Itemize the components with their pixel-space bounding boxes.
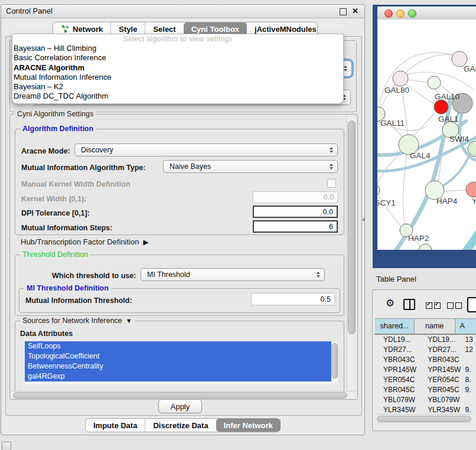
table-function-icon[interactable] (467, 297, 476, 312)
table-row[interactable]: YBR043CYBR043C (375, 355, 476, 365)
gear-icon[interactable]: ⚙ (386, 298, 395, 308)
select-all-icon[interactable] (426, 301, 442, 311)
node-label: GAL11 (380, 119, 405, 128)
threshold-definition-group: Threshold Definition Which threshold to … (15, 255, 344, 316)
node-bottom-green[interactable] (419, 244, 432, 250)
settings-horizontal-scrollbar-thumb[interactable] (13, 392, 347, 399)
node-gal80[interactable] (393, 71, 408, 86)
network-graph: GAL80 GAL GAL10 GAL1 GAL11 SWI4 GAL4 GCY… (377, 19, 476, 250)
node-label: GAL4 (410, 151, 431, 160)
algorithm-option[interactable]: Mutual Information Inference (12, 73, 343, 82)
which-threshold-combobox[interactable]: MI Threshold (141, 268, 325, 281)
network-window-titlebar[interactable] (377, 6, 476, 20)
sources-group-title: Sources for Network Inference (22, 317, 122, 325)
network-icon (61, 25, 70, 33)
tab-network-label: Network (73, 25, 103, 34)
mi-steps-label: Mutual Information Steps: (21, 224, 112, 232)
which-threshold-label: Which threshold to use: (52, 272, 136, 280)
attribute-item[interactable]: gal4RGexp (25, 371, 338, 381)
dpi-tolerance-label: DPI Tolerance [0,1]: (21, 209, 90, 217)
table-horizontal-scrollbar[interactable] (375, 414, 474, 422)
column-header-shared-name[interactable]: shared... (375, 319, 415, 334)
node-label: GCY1 (377, 198, 396, 207)
node-label: HAP4 (436, 197, 458, 206)
aracne-mode-combobox[interactable]: Discovery (74, 144, 338, 156)
split-columns-icon[interactable] (403, 299, 415, 310)
attributes-list-scrollbar[interactable] (331, 341, 338, 384)
dropdown-prompt: Select algorithm to view settings (12, 34, 343, 44)
deselect-all-icon[interactable] (447, 301, 464, 311)
tab-impute-data[interactable]: Impute Data (86, 419, 145, 432)
hub-definition-label: Hub/Transcription Factor Definition (21, 237, 139, 246)
algorithm-definition-title: Algorithm Definition (20, 125, 96, 133)
kernel-width-label: Kernel Width (0,1): (21, 195, 86, 203)
table-row[interactable]: YLR345WYLR345W9. (375, 405, 476, 413)
settings-vertical-scrollbar[interactable] (347, 117, 356, 391)
maximize-traffic-light-icon[interactable] (408, 9, 416, 18)
kernel-width-field[interactable]: 0.0 (253, 191, 338, 203)
close-traffic-light-icon[interactable] (384, 9, 393, 18)
node-table: shared... name A YDL19...YDL19...13 YDR2… (375, 318, 476, 413)
tab-infer-network[interactable]: Infer Network (216, 419, 281, 432)
table-body: YDL19...YDL19...13 YDR27...YDR27...12 YB… (375, 335, 476, 413)
mi-threshold-group-title: MI Threshold Definition (24, 284, 111, 292)
control-panel-titlebar[interactable]: Control Panel ✕ (1, 5, 364, 18)
attribute-item[interactable]: SelfLoops (25, 341, 338, 351)
algorithm-option[interactable]: Bayesian – Hill Climbing (12, 44, 343, 53)
algorithm-option[interactable]: Basic Correlation Inference (12, 53, 343, 63)
settings-horizontal-scrollbar[interactable] (11, 391, 355, 399)
mi-type-combobox[interactable]: Naive Bayes (163, 160, 338, 173)
table-row[interactable]: YER054CYER054C8. (375, 375, 476, 385)
algorithm-dropdown-list: Select algorithm to view settings Bayesi… (12, 34, 344, 104)
attributes-list-scrollbar-thumb[interactable] (332, 343, 338, 379)
attribute-item[interactable]: TopologicalCoefficient (25, 351, 338, 361)
node-gal10[interactable] (428, 76, 441, 89)
mi-threshold-field[interactable]: 0.5 (251, 293, 335, 305)
cyni-toolbox-panel: gal-filtered.sif default node Select alg… (5, 36, 362, 416)
float-window-icon[interactable] (340, 8, 347, 15)
node-label: GAL80 (384, 86, 409, 94)
combo-stepper-icon (330, 147, 333, 153)
minimize-traffic-light-icon[interactable] (396, 9, 405, 18)
table-horizontal-scrollbar-thumb[interactable] (377, 416, 471, 422)
attribute-item[interactable]: BetweennessCentrality (25, 361, 338, 371)
collapse-down-icon: ▼ (126, 317, 132, 324)
apply-button[interactable]: Apply (158, 399, 202, 413)
table-panel-title: Table Panel (376, 275, 416, 283)
minimized-panel-icon[interactable] (2, 442, 11, 450)
column-header-partial[interactable]: A (455, 319, 476, 334)
network-edges (377, 53, 473, 247)
manual-kernel-checkbox[interactable] (327, 179, 336, 188)
screen: { "window": { "title": "Control Panel", … (0, 0, 476, 450)
node-label: HAP2 (408, 234, 429, 243)
node-label: Y (472, 197, 476, 206)
mi-threshold-label: Mutual Information Threshold: (25, 296, 132, 305)
column-header-name[interactable]: name (415, 319, 455, 334)
node-salmon[interactable] (466, 182, 476, 197)
tab-discretize-data[interactable]: Discretize Data (145, 419, 216, 432)
sources-group-header[interactable]: Sources for Network Inference ▼ (20, 317, 135, 325)
hub-definition-toggle[interactable]: Hub/Transcription Factor Definition ▶ (21, 237, 149, 246)
settings-group-title: Cyni Algorithm Settings (15, 110, 96, 118)
cyni-algorithm-settings-group: Cyni Algorithm Settings Algorithm Defini… (9, 114, 358, 400)
algorithm-option[interactable]: Dream8 DC_TDC Algorithm (12, 92, 343, 101)
settings-vertical-scrollbar-thumb[interactable] (348, 120, 356, 334)
table-row[interactable]: YDL19...YDL19...13 (375, 335, 476, 345)
node-gcy1[interactable] (377, 184, 380, 196)
aracne-mode-label: Aracne Mode: (21, 147, 70, 155)
algorithm-option[interactable]: Bayesian – K2 (12, 82, 343, 92)
table-row[interactable]: YBL079WYBL079W (375, 395, 476, 405)
node-gal1[interactable] (434, 100, 448, 114)
table-row[interactable]: YDR27...YDR27...12 (375, 345, 476, 355)
panel-splitter-handle[interactable] (362, 217, 365, 222)
data-attributes-label: Data Attributes (20, 330, 73, 338)
table-header-row: shared... name A (375, 319, 476, 335)
table-row[interactable]: YPR145WYPR145W9. (375, 365, 476, 375)
mi-steps-field[interactable]: 6 (253, 220, 338, 233)
network-canvas[interactable]: GAL80 GAL GAL10 GAL1 GAL11 SWI4 GAL4 GCY… (377, 19, 476, 250)
algorithm-option-selected[interactable]: ARACNE Algorithm (12, 63, 343, 73)
network-view-window[interactable]: GAL80 GAL GAL10 GAL1 GAL11 SWI4 GAL4 GCY… (373, 5, 476, 268)
close-icon[interactable]: ✕ (352, 6, 358, 17)
dpi-tolerance-field[interactable]: 0.0 (253, 206, 338, 218)
table-row[interactable]: YBR045CYBR045C9. (375, 385, 476, 395)
